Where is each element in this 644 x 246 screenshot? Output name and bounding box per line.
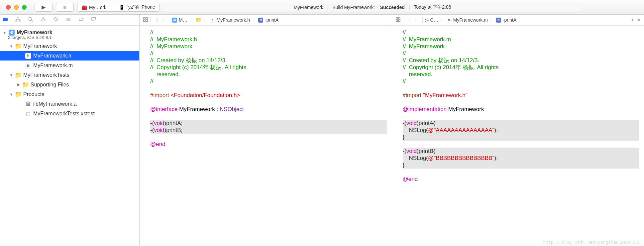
jump-crumb-group[interactable]: 📁 bbox=[196, 17, 202, 23]
product-name: MyFrameworkTests.xctest bbox=[33, 111, 95, 117]
highlighted-line: -(void)printB; bbox=[150, 127, 387, 134]
group-name: Products bbox=[23, 91, 44, 97]
search-icon bbox=[28, 17, 33, 22]
issue-navigator-tab[interactable] bbox=[41, 17, 46, 24]
code-line: MyFramework bbox=[447, 106, 484, 112]
back-button[interactable]: 〈 bbox=[153, 17, 159, 23]
svg-rect-10 bbox=[146, 18, 148, 19]
find-navigator-tab[interactable] bbox=[28, 17, 33, 24]
forward-button[interactable]: 〉 bbox=[414, 17, 420, 23]
code-line: // bbox=[150, 50, 153, 57]
code-line: // bbox=[403, 78, 406, 84]
grid-icon bbox=[395, 17, 401, 22]
svg-rect-11 bbox=[144, 20, 145, 22]
main-toolbar: ▶ ■ 🧰 My…ork 〉 📱 "yz"的 iPhone MyFramewor… bbox=[0, 0, 644, 15]
close-window-button[interactable] bbox=[6, 5, 11, 10]
code-line: // MyFramework.h bbox=[150, 36, 197, 43]
activity-project: MyFramework bbox=[294, 5, 323, 10]
forward-button[interactable]: 〉 bbox=[161, 17, 168, 23]
symbol-navigator-tab[interactable] bbox=[15, 17, 21, 24]
main-area: ▼ ⚙︎ MyFramework 2 targets, iOS SDK 8.1 … bbox=[0, 15, 644, 246]
svg-rect-9 bbox=[144, 18, 145, 19]
code-line: // MyFramework.m bbox=[403, 36, 451, 43]
code-line: // Copyright (c) 2014年 杨振. All rights bbox=[150, 64, 246, 70]
svg-rect-0 bbox=[17, 17, 19, 18]
code-line: // Created by 杨振 on 14/12/3. bbox=[403, 57, 480, 63]
bundle-icon: ▢ bbox=[25, 111, 31, 117]
group-row[interactable]: ▼ 📁 MyFrameworkTests bbox=[0, 70, 139, 80]
svg-rect-2 bbox=[19, 20, 20, 21]
file-row[interactable]: • m MyFramework.m bbox=[0, 61, 139, 70]
code-line: // bbox=[150, 78, 153, 84]
highlighted-line: NSLog(@"BBBBBBBBBBBBBBB"); bbox=[403, 155, 640, 162]
activity-viewer[interactable]: MyFramework | Build MyFramework: Succeed… bbox=[163, 3, 582, 12]
group-row[interactable]: ▼ 📁 MyFramework bbox=[0, 41, 139, 51]
chevron-right-icon: 〉 bbox=[490, 18, 494, 23]
product-row[interactable]: • 🏛 libMyFramework.a bbox=[0, 99, 139, 109]
code-line: // Copyright (c) 2014年 杨振. All rights bbox=[403, 64, 499, 70]
stop-button[interactable]: ■ bbox=[56, 3, 74, 12]
project-tree: ▼ ⚙︎ MyFramework 2 targets, iOS SDK 8.1 … bbox=[0, 26, 139, 120]
report-navigator-tab[interactable] bbox=[91, 17, 96, 24]
navigator-selector-bar bbox=[0, 15, 139, 26]
code-line: MyFramework : bbox=[177, 106, 220, 112]
close-assistant-button[interactable]: ✕ bbox=[637, 17, 641, 23]
jump-crumb-project[interactable]: ⚙︎ M… bbox=[172, 17, 187, 23]
svg-rect-13 bbox=[396, 18, 398, 19]
project-name: MyFramework bbox=[17, 30, 53, 36]
code-line: NSObject bbox=[220, 106, 244, 112]
header-file-icon: h bbox=[210, 18, 215, 23]
highlighted-line: } bbox=[403, 162, 640, 169]
separator: | bbox=[407, 5, 412, 10]
file-name: MyFramework.m bbox=[33, 62, 73, 68]
chevron-right-icon: 〉 bbox=[189, 18, 194, 23]
scheme-selector[interactable]: 🧰 My…ork 〉 📱 "yz"的 iPhone bbox=[77, 3, 160, 12]
related-items-button[interactable] bbox=[143, 17, 148, 23]
svg-rect-1 bbox=[16, 20, 17, 21]
activity-time: Today at 下午2:06 bbox=[414, 4, 451, 10]
primary-editor: 〈 〉 ⚙︎ M… 〉 📁 〉 h MyFramework.h 〉 M -pri… bbox=[140, 15, 392, 246]
minimize-window-button[interactable] bbox=[14, 5, 19, 10]
svg-rect-14 bbox=[398, 18, 400, 19]
product-row[interactable]: • ▢ MyFrameworkTests.xctest bbox=[0, 109, 139, 118]
back-button[interactable]: 〈 bbox=[405, 17, 412, 23]
chevron-right-icon: 〉 bbox=[252, 18, 256, 23]
source-editor[interactable]: // // MyFramework.m // MyFramework // //… bbox=[392, 26, 644, 246]
code-line: // bbox=[403, 50, 406, 57]
test-navigator-tab[interactable] bbox=[53, 17, 58, 24]
folder-icon: 📁 bbox=[15, 91, 21, 97]
project-subtitle: 2 targets, iOS SDK 8.1 bbox=[8, 35, 139, 41]
project-navigator-tab[interactable] bbox=[3, 17, 8, 24]
jump-crumb-counterparts[interactable]: ◎ C… bbox=[425, 17, 438, 23]
assistant-editor: 〈 〉 ◎ C… 〉 m MyFramework.m 〉 M -printA ＋… bbox=[392, 15, 644, 246]
code-line: // Created by 杨振 on 14/12/3. bbox=[150, 57, 227, 63]
breakpoint-icon bbox=[78, 17, 84, 22]
debug-navigator-tab[interactable] bbox=[66, 17, 71, 24]
jump-crumb-symbol[interactable]: M -printA bbox=[258, 17, 278, 23]
activity-action: Build MyFramework: bbox=[332, 5, 375, 10]
jump-crumb-file[interactable]: h MyFramework.h bbox=[210, 17, 250, 23]
group-row[interactable]: ▶ 📁 Supporting Files bbox=[0, 80, 139, 89]
impl-file-icon: m bbox=[25, 62, 31, 68]
device-icon: 📱 bbox=[119, 5, 125, 10]
run-button[interactable]: ▶ bbox=[35, 3, 53, 12]
folder-icon: 📁 bbox=[15, 43, 21, 49]
breakpoint-navigator-tab[interactable] bbox=[78, 17, 84, 24]
code-line: // bbox=[403, 29, 406, 36]
group-name: MyFramework bbox=[23, 43, 57, 49]
code-line: reserved. bbox=[150, 71, 180, 77]
related-items-button[interactable] bbox=[395, 17, 401, 23]
file-row-selected[interactable]: • h MyFramework.h bbox=[0, 51, 139, 61]
jump-crumb-symbol[interactable]: M -printA bbox=[496, 17, 516, 23]
zoom-window-button[interactable] bbox=[22, 5, 27, 10]
jump-crumb-file[interactable]: m MyFramework.m bbox=[447, 17, 488, 23]
play-icon: ▶ bbox=[42, 4, 46, 10]
scheme-device: "yz"的 iPhone bbox=[127, 4, 155, 10]
group-row[interactable]: ▼ 📁 Products bbox=[0, 89, 139, 99]
add-assistant-button[interactable]: ＋ bbox=[630, 17, 635, 23]
warning-icon bbox=[41, 17, 46, 22]
group-name: MyFrameworkTests bbox=[23, 72, 69, 78]
source-editor[interactable]: // // MyFramework.h // MyFramework // //… bbox=[140, 26, 392, 246]
scheme-name: My…ork bbox=[89, 5, 106, 10]
svg-rect-16 bbox=[398, 20, 400, 22]
